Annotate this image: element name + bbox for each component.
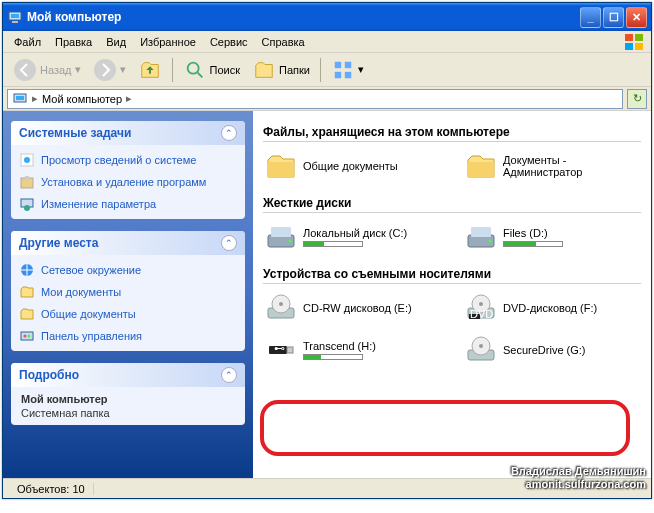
panel-header[interactable]: Подробно ⌃ — [11, 363, 245, 387]
address-bar: ▸ Мой компьютер ▸ ↻ — [3, 87, 651, 111]
svg-rect-41 — [287, 347, 293, 353]
svg-point-31 — [489, 240, 492, 243]
menu-view[interactable]: Вид — [99, 34, 133, 50]
drive-d[interactable]: Files (D:) — [463, 219, 633, 255]
capacity-bar — [303, 241, 363, 247]
folders-button[interactable]: Папки — [248, 56, 314, 84]
explorer-window: Мой компьютер _ ☐ ✕ Файл Правка Вид Избр… — [2, 2, 652, 499]
svg-point-45 — [479, 344, 483, 348]
svg-rect-23 — [21, 332, 33, 340]
svg-point-8 — [94, 59, 116, 81]
settings-icon — [19, 196, 35, 212]
svg-text:DVD: DVD — [470, 308, 493, 320]
task-change-setting[interactable]: Изменение параметра — [19, 195, 237, 213]
window-title: Мой компьютер — [27, 10, 580, 24]
svg-rect-6 — [635, 43, 643, 50]
hard-drive-icon — [465, 221, 497, 253]
search-button[interactable]: Поиск — [179, 56, 244, 84]
listing-pane[interactable]: Файлы, хранящиеся на этом компьютере Общ… — [253, 111, 651, 478]
section-header-files: Файлы, хранящиеся на этом компьютере — [263, 121, 641, 142]
back-button[interactable]: Назад ▾ — [9, 56, 85, 84]
capacity-bar — [303, 354, 363, 360]
collapse-icon: ⌃ — [221, 367, 237, 383]
svg-rect-1 — [11, 14, 19, 18]
svg-rect-11 — [345, 61, 351, 67]
menu-tools[interactable]: Сервис — [203, 34, 255, 50]
close-button[interactable]: ✕ — [626, 7, 647, 28]
svg-rect-15 — [16, 96, 24, 100]
place-shared-docs[interactable]: Общие документы — [19, 305, 237, 323]
details-type: Системная папка — [21, 407, 235, 419]
folder-shared-docs[interactable]: Общие документы — [263, 148, 433, 184]
dropdown-icon: ▾ — [75, 63, 81, 76]
forward-button[interactable]: ▾ — [89, 56, 130, 84]
back-icon — [13, 58, 37, 82]
other-places-panel: Другие места ⌃ Сетевое окружение Мои док… — [11, 231, 245, 351]
place-network[interactable]: Сетевое окружение — [19, 261, 237, 279]
svg-point-34 — [279, 302, 283, 306]
info-icon — [19, 152, 35, 168]
collapse-icon: ⌃ — [221, 235, 237, 251]
task-add-remove[interactable]: Установка и удаление программ — [19, 173, 237, 191]
folder-up-icon — [138, 58, 162, 82]
place-control-panel[interactable]: Панель управления — [19, 327, 237, 345]
svg-point-9 — [187, 62, 198, 73]
hard-drive-icon — [265, 221, 297, 253]
dvd-drive-icon: DVD — [465, 292, 497, 324]
search-icon — [183, 58, 207, 82]
cd-drive-icon — [265, 292, 297, 324]
svg-text:⊷: ⊷ — [274, 342, 285, 354]
section-header-removable: Устройства со съемными носителями — [263, 263, 641, 284]
drive-c[interactable]: Локальный диск (C:) — [263, 219, 433, 255]
up-button[interactable] — [134, 56, 166, 84]
folder-icon — [19, 284, 35, 300]
address-field[interactable]: ▸ Мой компьютер ▸ — [7, 89, 623, 109]
drive-h-transcend[interactable]: ⊷ Transcend (H:) — [263, 332, 433, 368]
drive-e-cdrw[interactable]: CD-RW дисковод (E:) — [263, 290, 433, 326]
folder-icon — [19, 306, 35, 322]
refresh-button[interactable]: ↻ — [627, 89, 647, 109]
separator — [172, 58, 173, 82]
folder-icon — [265, 150, 297, 182]
views-button[interactable]: ▾ — [327, 56, 368, 84]
menu-file[interactable]: Файл — [7, 34, 48, 50]
titlebar[interactable]: Мой компьютер _ ☐ ✕ — [3, 3, 651, 31]
status-bar: Объектов: 10 — [3, 478, 651, 498]
panel-header[interactable]: Другие места ⌃ — [11, 231, 245, 255]
system-tasks-panel: Системные задачи ⌃ Просмотр сведений о с… — [11, 121, 245, 219]
address-segment[interactable]: Мой компьютер — [42, 93, 122, 105]
content-area: Системные задачи ⌃ Просмотр сведений о с… — [3, 111, 651, 478]
drive-g-securedrive[interactable]: SecureDrive (G:) — [463, 332, 633, 368]
removable-drive-icon — [465, 334, 497, 366]
menu-favorites[interactable]: Избранное — [133, 34, 203, 50]
svg-point-37 — [479, 302, 483, 306]
chevron-icon: ▸ — [126, 92, 132, 105]
capacity-bar — [503, 241, 563, 247]
svg-point-25 — [28, 335, 31, 338]
svg-rect-3 — [625, 34, 633, 41]
folder-admin-docs[interactable]: Документы - Администратор — [463, 148, 633, 184]
svg-point-28 — [289, 240, 292, 243]
forward-icon — [93, 58, 117, 82]
status-objects: Объектов: 10 — [9, 483, 94, 495]
menu-edit[interactable]: Правка — [48, 34, 99, 50]
maximize-button[interactable]: ☐ — [603, 7, 624, 28]
svg-point-21 — [24, 205, 30, 211]
control-panel-icon — [19, 328, 35, 344]
task-system-info[interactable]: Просмотр сведений о системе — [19, 151, 237, 169]
svg-rect-2 — [12, 21, 18, 23]
place-my-docs[interactable]: Мои документы — [19, 283, 237, 301]
my-computer-icon — [7, 9, 23, 25]
panel-header[interactable]: Системные задачи ⌃ — [11, 121, 245, 145]
programs-icon — [19, 174, 35, 190]
tasks-pane: Системные задачи ⌃ Просмотр сведений о с… — [3, 111, 253, 478]
views-icon — [331, 58, 355, 82]
minimize-button[interactable]: _ — [580, 7, 601, 28]
svg-rect-30 — [471, 227, 491, 237]
svg-rect-19 — [25, 176, 29, 180]
drive-f-dvd[interactable]: DVD DVD-дисковод (F:) — [463, 290, 633, 326]
my-computer-icon — [12, 91, 28, 107]
section-header-disks: Жесткие диски — [263, 192, 641, 213]
menu-help[interactable]: Справка — [255, 34, 312, 50]
separator — [320, 58, 321, 82]
